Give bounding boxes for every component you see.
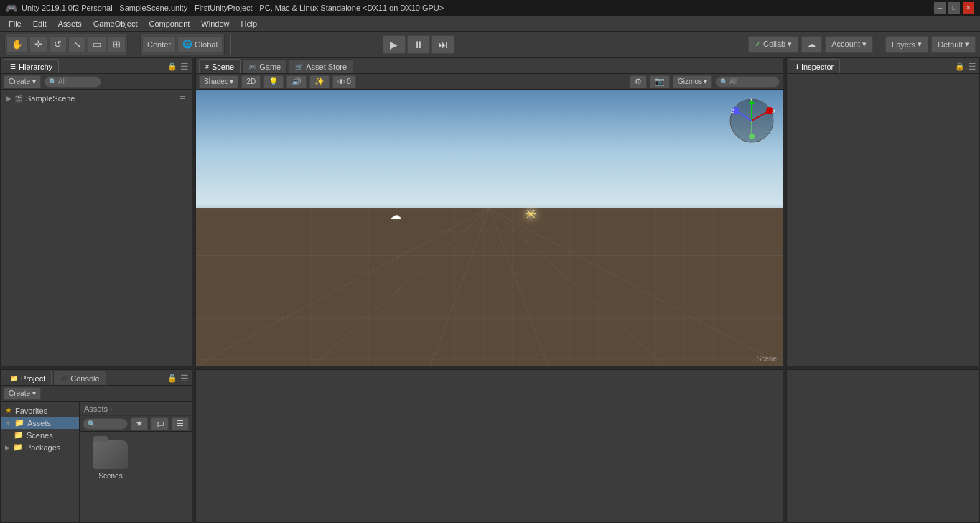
- lighting-button[interactable]: 💡: [263, 75, 284, 88]
- account-button[interactable]: Account ▾: [825, 36, 873, 53]
- transform-tools: ✋ ✛ ↺ ⤡ ▭ ⊞: [4, 34, 128, 55]
- project-toolbar: Create ▾: [1, 386, 192, 402]
- favorites-tree-item[interactable]: ★ Favorites: [1, 404, 79, 417]
- breadcrumb-assets-label[interactable]: Assets: [84, 404, 108, 413]
- inspector-menu-icon[interactable]: ☰: [968, 61, 976, 72]
- scale-tool-button[interactable]: ⤡: [68, 36, 86, 53]
- close-button[interactable]: ✕: [963, 2, 974, 14]
- menu-window[interactable]: Window: [195, 18, 235, 29]
- hierarchy-menu-icon[interactable]: ☰: [180, 61, 189, 72]
- asset-store-tab[interactable]: 🛒 Asset Store: [289, 59, 353, 73]
- scenes-tree-item[interactable]: 📁 Scenes: [1, 429, 79, 441]
- packages-label: Packages: [26, 443, 60, 452]
- global-button[interactable]: 🌐 Global: [177, 36, 223, 53]
- minimize-button[interactable]: ─: [934, 2, 946, 14]
- menu-assets[interactable]: Assets: [52, 18, 88, 29]
- sample-scene-item[interactable]: ▶ 🎬 SampleScene ☰: [1, 93, 192, 104]
- move-tool-button[interactable]: ✛: [29, 36, 47, 53]
- hierarchy-tab[interactable]: ☰ Hierarchy: [4, 59, 59, 73]
- scene-overlay-label: Scene: [757, 355, 777, 363]
- hierarchy-panel: ☰ Hierarchy 🔒 ☰ Create ▾ 🔍 All: [0, 57, 192, 366]
- scene-tab[interactable]: # Scene: [199, 59, 241, 73]
- hierarchy-lock-icon[interactable]: 🔒: [167, 62, 177, 71]
- search-filter-button[interactable]: 🏷: [151, 417, 169, 430]
- audio-button[interactable]: 🔊: [286, 75, 307, 88]
- menu-edit[interactable]: Edit: [27, 18, 52, 29]
- project-files-area: Assets › 🔍 ★ 🏷 ☰ Scenes: [80, 402, 192, 522]
- menu-gameobject[interactable]: GameObject: [88, 18, 144, 29]
- default-dropdown[interactable]: Default ▾: [931, 36, 976, 53]
- default-arrow-icon: ▾: [965, 40, 969, 49]
- cloud-icon: ☁: [390, 208, 401, 222]
- project-tab[interactable]: 📁 Project: [4, 371, 52, 385]
- scene-settings-button[interactable]: ⚙: [630, 75, 647, 88]
- inspector-tab-label: Inspector: [801, 63, 834, 71]
- hierarchy-tab-bar: ☰ Hierarchy 🔒 ☰: [1, 58, 192, 74]
- 2d-label: 2D: [246, 78, 256, 85]
- toolbar: ✋ ✛ ↺ ⤡ ▭ ⊞ Center 🌐 Global ▶ ⏸ ⏭ ✓ Coll…: [0, 32, 980, 57]
- scenes-folder-asset[interactable]: Scenes: [85, 438, 136, 483]
- hierarchy-tab-right: 🔒 ☰: [167, 61, 189, 73]
- inspector-tab[interactable]: ℹ Inspector: [790, 59, 840, 73]
- assets-folder-icon: 📁: [14, 418, 24, 427]
- scene-toolbar: Shaded ▾ 2D 💡 🔊 ✨ 👁 0 ⚙ 📷 Gizmos: [196, 74, 783, 90]
- hierarchy-create-button[interactable]: Create ▾: [4, 75, 41, 88]
- layers-dropdown[interactable]: Layers ▾: [885, 36, 928, 53]
- assets-tree-item[interactable]: ▼ 📁 Assets: [1, 417, 79, 429]
- scene-search[interactable]: 🔍 All: [715, 76, 780, 88]
- inspector-lock-icon[interactable]: 🔒: [955, 62, 965, 71]
- bottom-right-panel: [786, 369, 980, 523]
- scene-gizmo: Y X Z: [727, 96, 777, 146]
- hierarchy-search[interactable]: 🔍 All: [44, 76, 101, 88]
- gizmos-button[interactable]: Gizmos ▾: [673, 75, 712, 88]
- search-more-button[interactable]: ☰: [172, 417, 189, 430]
- separator-2: [230, 34, 231, 55]
- project-create-button[interactable]: Create ▾: [4, 387, 41, 400]
- project-lock-icon[interactable]: 🔒: [167, 374, 177, 383]
- search-icon: 🔍: [49, 78, 57, 85]
- favorites-label: Favorites: [15, 407, 47, 415]
- step-button[interactable]: ⏭: [431, 35, 454, 54]
- play-button[interactable]: ▶: [383, 35, 406, 54]
- game-tab[interactable]: 🎮 Game: [242, 59, 287, 73]
- asset-store-label: Asset Store: [306, 63, 347, 71]
- rect-tool-button[interactable]: ▭: [88, 36, 106, 53]
- search-favorite-button[interactable]: ★: [131, 417, 148, 430]
- effects-button[interactable]: ✨: [309, 75, 330, 88]
- center-button[interactable]: Center: [142, 36, 176, 53]
- menu-component[interactable]: Component: [143, 18, 195, 29]
- scenes-label: Scenes: [27, 431, 53, 440]
- menu-file[interactable]: File: [3, 18, 27, 29]
- scene-view-canvas[interactable]: ✳ ☁: [196, 90, 783, 366]
- transform-tool-button[interactable]: ⊞: [108, 36, 126, 53]
- project-search-input[interactable]: 🔍: [83, 418, 128, 430]
- console-tab[interactable]: ⬛ Console: [53, 371, 106, 385]
- shaded-button[interactable]: Shaded ▾: [199, 75, 238, 88]
- hierarchy-tab-label: Hierarchy: [19, 63, 52, 71]
- sky-background: [196, 90, 783, 214]
- layers-label: Layers: [892, 40, 915, 49]
- separator-1: [134, 34, 134, 55]
- perspective-grid-svg: [196, 208, 783, 366]
- hidden-icon: 👁: [337, 78, 345, 86]
- hierarchy-icon: ☰: [10, 63, 16, 70]
- collab-button[interactable]: ✓ Collab ▾: [748, 36, 798, 53]
- maximize-button[interactable]: □: [948, 2, 960, 14]
- scene-icon: 🎬: [14, 95, 23, 103]
- packages-tree-item[interactable]: ▶ 📁 Packages: [1, 441, 79, 453]
- rotate-tool-button[interactable]: ↺: [49, 36, 67, 53]
- hand-tool-button[interactable]: ✋: [6, 36, 28, 53]
- project-menu-icon[interactable]: ☰: [180, 373, 189, 384]
- svg-point-18: [749, 134, 755, 139]
- project-tree: ★ Favorites ▼ 📁 Assets 📁 Scenes ▶ 📁: [1, 402, 80, 522]
- folder-icon-img: [93, 440, 128, 469]
- menu-help[interactable]: Help: [235, 18, 263, 29]
- camera-button[interactable]: 📷: [650, 75, 670, 88]
- hidden-button[interactable]: 👁 0: [332, 75, 356, 88]
- svg-text:Z: Z: [731, 108, 734, 114]
- pause-button[interactable]: ⏸: [407, 35, 430, 54]
- 2d-button[interactable]: 2D: [241, 75, 261, 88]
- cloud-button[interactable]: ☁: [801, 36, 822, 53]
- hierarchy-toolbar: Create ▾ 🔍 All: [1, 74, 192, 90]
- gizmo-svg: Y X Z: [727, 96, 777, 146]
